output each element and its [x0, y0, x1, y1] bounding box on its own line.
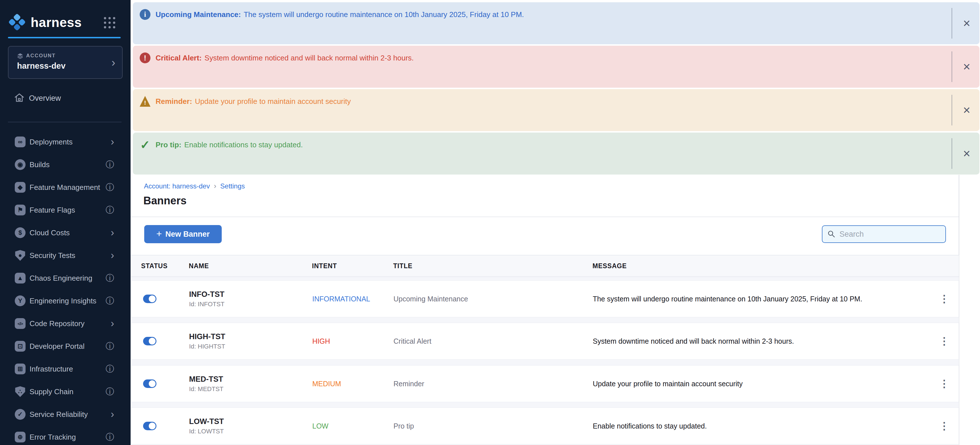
banner-label: Pro tip:: [156, 140, 181, 149]
banners-table: STATUS NAME INTENT TITLE MESSAGE INFO-TS…: [130, 255, 959, 445]
close-icon[interactable]: ×: [963, 17, 970, 30]
banner-divider: [951, 51, 952, 82]
banner-critical: ! Critical Alert:System downtime noticed…: [133, 46, 980, 88]
status-toggle-on[interactable]: [143, 337, 156, 345]
account-name: harness-dev: [17, 61, 65, 71]
banner-message: Update your profile to maintain account …: [195, 97, 351, 106]
sidebar-item-label: Builds: [30, 161, 50, 169]
close-icon[interactable]: ×: [963, 60, 970, 73]
status-toggle-on[interactable]: [143, 422, 156, 430]
banner-message: Enable notifications to stay updated.: [184, 140, 303, 149]
info-icon: i: [140, 9, 151, 20]
harness-logo-wordmark: harness: [31, 15, 82, 30]
sidebar-item-label: Feature Management: [30, 183, 100, 192]
kebab-menu-icon[interactable]: ⋮: [939, 420, 949, 432]
sidebar-item-label: Feature Flags: [30, 206, 75, 215]
search-box: [822, 225, 946, 243]
info-circle-icon[interactable]: ⓘ: [106, 182, 114, 193]
code-repository-icon: </>: [15, 318, 25, 329]
sidebar-item-cloud-costs[interactable]: $ Cloud Costs ›: [0, 221, 130, 244]
banner-id: Id: MEDTST: [189, 385, 223, 393]
sidebar-item-feature-management[interactable]: ◆ Feature Management ⓘ: [0, 176, 130, 199]
sidebar-item-label: Security Tests: [30, 251, 75, 260]
message-value: Update your profile to maintain account …: [593, 380, 743, 388]
banner-id: Id: LOWTST: [189, 428, 224, 435]
sidebar-item-overview[interactable]: Overview: [0, 88, 130, 108]
plus-icon: +: [156, 228, 162, 239]
kebab-menu-icon[interactable]: ⋮: [939, 378, 949, 389]
message-value: The system will undergo routine maintena…: [593, 295, 862, 303]
sidebar-item-infrastructure[interactable]: ⊞ Infrastructure ⓘ: [0, 358, 130, 380]
sidebar-item-feature-flags[interactable]: ⚑ Feature Flags ⓘ: [0, 199, 130, 221]
banner-name: LOW-TST: [189, 417, 224, 426]
infrastructure-icon: ⊞: [15, 364, 25, 374]
banner-label: Upcoming Maintenance:: [156, 10, 241, 19]
chevron-right-icon: ›: [111, 227, 114, 239]
breadcrumb-settings-link[interactable]: Settings: [220, 182, 245, 190]
message-value: System downtime noticed and will back no…: [593, 337, 794, 345]
sidebar-divider: [8, 122, 121, 122]
sidebar-item-label: Infrastructure: [30, 365, 73, 373]
status-toggle-on[interactable]: [143, 380, 156, 388]
title-value: Upcoming Maintenance: [393, 295, 468, 303]
banner-message: System downtime noticed and will back no…: [204, 54, 414, 62]
banner-name: INFO-TST: [189, 290, 224, 299]
close-icon[interactable]: ×: [963, 104, 970, 116]
harness-logo-icon: [8, 13, 26, 31]
sidebar-item-code-repository[interactable]: </> Code Repository ›: [0, 312, 130, 335]
info-circle-icon[interactable]: ⓘ: [106, 386, 114, 397]
intent-value: MEDIUM: [312, 380, 341, 388]
banner-divider: [951, 95, 952, 126]
sidebar-item-chaos-engineering[interactable]: ▲ Chaos Engineering ⓘ: [0, 267, 130, 289]
new-banner-button[interactable]: + New Banner: [144, 225, 222, 243]
table-row: INFO-TST Id: INFOTST INFORMATIONAL Upcom…: [131, 280, 959, 317]
builds-icon: ◉: [15, 159, 25, 170]
status-toggle-on[interactable]: [143, 295, 156, 303]
page-title: Banners: [143, 195, 186, 207]
column-header-status: STATUS: [141, 262, 167, 270]
sidebar-item-label: Error Tracking: [30, 433, 76, 442]
sidebar-item-security-tests[interactable]: ● Security Tests ›: [0, 244, 130, 267]
banner-label: Critical Alert:: [156, 54, 202, 62]
column-header-name: NAME: [189, 262, 209, 270]
info-circle-icon[interactable]: ⓘ: [106, 431, 114, 443]
sidebar-item-label: Chaos Engineering: [30, 274, 92, 283]
table-row: LOW-TST Id: LOWTST LOW Pro tip Enable no…: [131, 408, 959, 445]
breadcrumb: Account: harness-dev › Settings: [144, 182, 245, 191]
sidebar-item-deployments[interactable]: ∞ Deployments ›: [0, 130, 130, 153]
sidebar: harness ACCOUNT harness-dev › Overview ∞…: [0, 0, 130, 445]
banner-name: MED-TST: [189, 375, 223, 384]
breadcrumb-separator: ›: [214, 182, 216, 191]
sidebar-item-engineering-insights[interactable]: Y Engineering Insights ⓘ: [0, 289, 130, 312]
info-circle-icon[interactable]: ⓘ: [106, 204, 114, 216]
info-circle-icon[interactable]: ⓘ: [106, 340, 114, 352]
kebab-menu-icon[interactable]: ⋮: [939, 335, 949, 347]
banner-divider: [951, 8, 952, 38]
close-icon[interactable]: ×: [963, 147, 970, 160]
info-circle-icon[interactable]: ⓘ: [106, 295, 114, 307]
alert-icon: !: [140, 52, 151, 63]
banner-id: Id: INFOTST: [189, 300, 224, 308]
deployments-icon: ∞: [15, 137, 25, 147]
banner-name: HIGH-TST: [189, 332, 226, 341]
sidebar-item-developer-portal[interactable]: ⊡ Developer Portal ⓘ: [0, 335, 130, 358]
info-circle-icon[interactable]: ⓘ: [106, 363, 114, 375]
sidebar-item-service-reliability[interactable]: ✓ Service Reliability ›: [0, 403, 130, 426]
message-value: Enable notifications to stay updated.: [593, 422, 707, 430]
kebab-menu-icon[interactable]: ⋮: [939, 293, 949, 305]
banners-settings-screen: harness ACCOUNT harness-dev › Overview ∞…: [0, 0, 980, 445]
sidebar-item-builds[interactable]: ◉ Builds ⓘ: [0, 153, 130, 176]
account-selector[interactable]: ACCOUNT harness-dev ›: [8, 46, 123, 79]
info-circle-icon[interactable]: ⓘ: [106, 159, 114, 170]
banner-warning: ! Reminder:Update your profile to mainta…: [133, 89, 980, 131]
sidebar-item-error-tracking[interactable]: ⊕ Error Tracking ⓘ: [0, 426, 130, 445]
info-circle-icon[interactable]: ⓘ: [106, 272, 114, 284]
module-grid-icon[interactable]: [104, 17, 115, 29]
sidebar-item-supply-chain[interactable]: ∴ Supply Chain ⓘ: [0, 380, 130, 403]
column-header-title: TITLE: [393, 262, 412, 270]
title-value: Reminder: [393, 380, 424, 388]
sidebar-item-label: Deployments: [30, 138, 73, 146]
search-input[interactable]: [840, 230, 940, 239]
account-label: ACCOUNT: [26, 53, 56, 59]
breadcrumb-account-link[interactable]: Account: harness-dev: [144, 182, 210, 190]
